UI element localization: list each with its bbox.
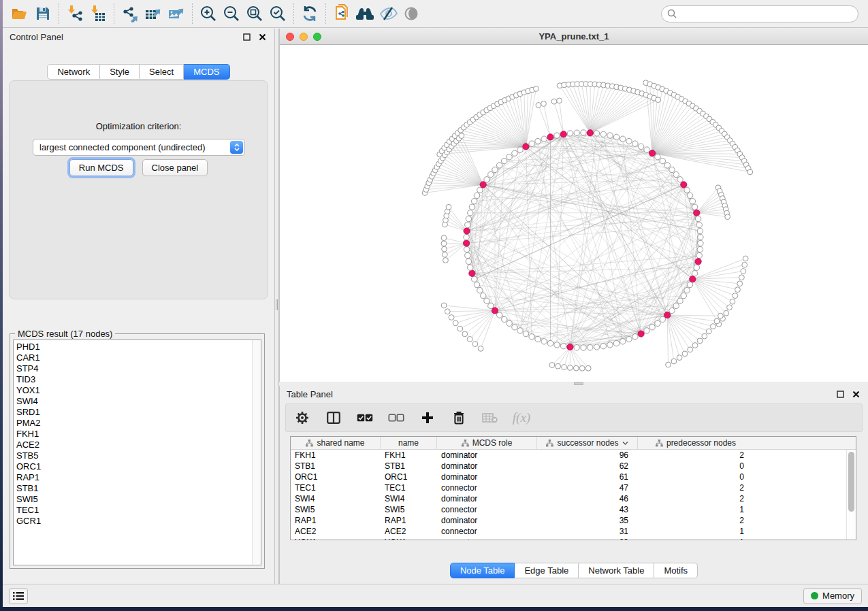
network-leaf-node[interactable]	[702, 333, 707, 339]
table-cell[interactable]: ORC1	[291, 472, 381, 482]
table-cell[interactable]: dominator	[437, 515, 537, 526]
network-leaf-node[interactable]	[735, 287, 741, 293]
network-leaf-node[interactable]	[737, 281, 743, 286]
network-leaf-node[interactable]	[677, 355, 682, 361]
close-panel-icon[interactable]	[850, 389, 861, 399]
network-ring-node[interactable]	[529, 334, 534, 340]
network-ring-node[interactable]	[502, 158, 507, 163]
export-image-icon[interactable]	[165, 3, 188, 24]
network-ring-node[interactable]	[523, 331, 528, 336]
network-ring-node[interactable]	[626, 336, 632, 342]
show-panels-menu-button[interactable]	[9, 588, 28, 604]
network-ring-node[interactable]	[554, 133, 560, 138]
network-leaf-node[interactable]	[697, 338, 703, 344]
network-leaf-node[interactable]	[739, 275, 745, 280]
network-leaf-node[interactable]	[714, 318, 720, 324]
network-ring-node[interactable]	[620, 136, 626, 142]
table-cell[interactable]: SWI4	[291, 493, 381, 504]
network-leaf-node[interactable]	[743, 256, 748, 261]
network-leaf-node[interactable]	[459, 133, 464, 139]
table-cell[interactable]: 31	[537, 526, 638, 537]
network-ring-node[interactable]	[673, 303, 679, 308]
network-mcds-node[interactable]	[694, 210, 700, 216]
mcds-result-item[interactable]: STB5	[14, 450, 252, 461]
table-cell[interactable]: 35	[537, 515, 638, 526]
network-leaf-node[interactable]	[562, 365, 567, 370]
import-table-icon[interactable]	[86, 3, 110, 24]
table-cell[interactable]: 2	[638, 493, 754, 504]
network-mcds-node[interactable]	[547, 134, 553, 140]
network-leaf-node[interactable]	[557, 98, 562, 103]
table-cell[interactable]: YOX1	[291, 537, 381, 540]
table-cell[interactable]: ORC1	[381, 472, 437, 482]
network-leaf-node[interactable]	[551, 99, 557, 104]
network-leaf-node[interactable]	[442, 252, 447, 257]
network-leaf-node[interactable]	[449, 315, 454, 320]
network-leaf-node[interactable]	[733, 293, 738, 299]
mcds-result-item[interactable]: PHD1	[14, 342, 252, 352]
mcds-result-item[interactable]: ORC1	[14, 461, 252, 472]
table-cell[interactable]: connector	[437, 482, 537, 493]
network-ring-node[interactable]	[535, 138, 541, 144]
tab-style[interactable]: Style	[100, 64, 140, 80]
network-ring-node[interactable]	[632, 141, 638, 146]
network-ring-node[interactable]	[465, 252, 470, 258]
hide-selected-icon[interactable]	[376, 3, 400, 24]
network-ring-node[interactable]	[613, 134, 619, 139]
network-leaf-node[interactable]	[741, 269, 746, 274]
network-ring-node[interactable]	[477, 187, 483, 193]
network-ring-node[interactable]	[677, 177, 683, 182]
table-row[interactable]: TEC1TEC1connector472	[291, 482, 856, 493]
table-cell[interactable]: SWI4	[381, 493, 437, 504]
close-panel-icon[interactable]	[257, 31, 268, 42]
table-row[interactable]: ORC1ORC1dominator610	[291, 472, 856, 482]
network-ring-node[interactable]	[660, 158, 665, 163]
network-ring-node[interactable]	[594, 131, 599, 136]
table-cell[interactable]: FKH1	[291, 450, 381, 461]
network-leaf-node[interactable]	[541, 101, 547, 107]
network-ring-node[interactable]	[698, 234, 703, 240]
network-mcds-node[interactable]	[690, 276, 696, 282]
table-row[interactable]: SWI5SWI5connector431	[291, 504, 856, 515]
network-ring-node[interactable]	[613, 340, 619, 346]
tab-network-table[interactable]: Network Table	[579, 563, 654, 578]
network-leaf-node[interactable]	[472, 342, 478, 347]
network-leaf-node[interactable]	[441, 303, 447, 308]
network-leaf-node[interactable]	[443, 258, 449, 263]
table-cell[interactable]: 1	[638, 504, 754, 515]
vertical-splitter[interactable]	[274, 29, 279, 584]
zoom-selected-icon[interactable]	[266, 3, 289, 24]
column-header-name[interactable]: name	[381, 437, 437, 449]
mcds-result-item[interactable]: TEC1	[14, 505, 252, 516]
network-ring-node[interactable]	[695, 216, 701, 221]
network-ring-node[interactable]	[588, 345, 593, 350]
network-leaf-node[interactable]	[671, 359, 677, 364]
network-leaf-node[interactable]	[441, 241, 447, 246]
network-leaf-node[interactable]	[573, 365, 579, 371]
network-leaf-node[interactable]	[727, 305, 733, 310]
network-ring-node[interactable]	[600, 131, 606, 137]
table-cell[interactable]: SWI5	[381, 504, 437, 515]
network-canvas[interactable]	[280, 45, 868, 382]
mcds-result-item[interactable]: YOX1	[14, 385, 252, 396]
table-cell[interactable]: 2	[638, 450, 754, 461]
table-cell[interactable]: connector	[437, 504, 537, 515]
network-ring-node[interactable]	[626, 138, 632, 144]
network-ring-node[interactable]	[698, 240, 703, 246]
network-mcds-node[interactable]	[560, 131, 566, 137]
network-ring-node[interactable]	[497, 163, 502, 168]
tab-mcds[interactable]: MCDS	[184, 64, 229, 80]
tab-select[interactable]: Select	[140, 64, 184, 80]
table-row[interactable]: YOX1YOX1connector291	[291, 537, 856, 540]
network-mcds-node[interactable]	[638, 331, 644, 337]
network-ring-node[interactable]	[694, 265, 699, 270]
table-row[interactable]: ACE2ACE2connector311	[291, 526, 856, 537]
table-cell[interactable]: FKH1	[381, 450, 437, 461]
table-cell[interactable]: ACE2	[381, 526, 437, 537]
network-mcds-node[interactable]	[681, 182, 687, 188]
network-leaf-node[interactable]	[453, 320, 458, 326]
network-leaf-node[interactable]	[682, 351, 688, 357]
zoom-in-icon[interactable]	[197, 3, 220, 24]
network-leaf-node[interactable]	[688, 347, 693, 352]
network-leaf-node[interactable]	[692, 343, 698, 348]
